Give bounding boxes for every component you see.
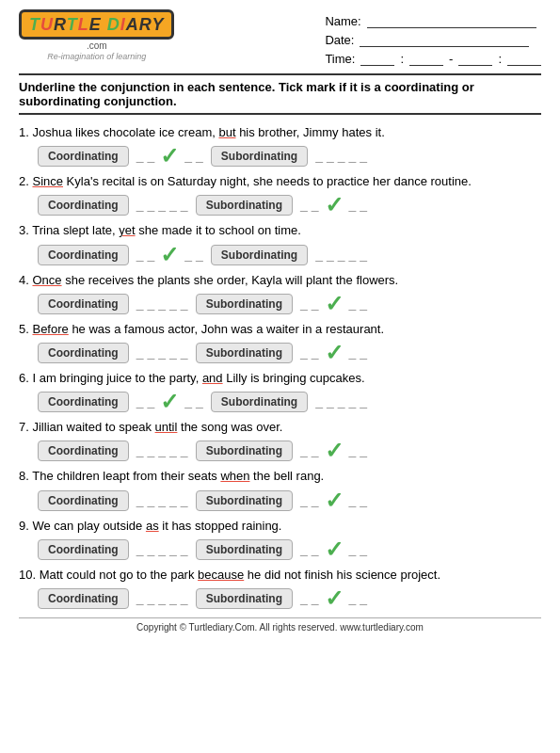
coord-dashes-8: _____ — [136, 493, 188, 508]
form-fields: Name: Date: Time: : - : — [325, 9, 541, 66]
coord-dash: _ — [181, 296, 188, 312]
subord-btn-1[interactable]: Subordinating — [211, 146, 308, 167]
subord-btn-7[interactable]: Subordinating — [196, 441, 293, 461]
subord-dash: _ — [338, 248, 345, 263]
answer-row-7: Coordinating_____Subordinating__✓__ — [38, 440, 541, 462]
coord-dash: _ — [169, 198, 177, 213]
sentence-block-8: 8. The children leapt from their seats w… — [19, 468, 541, 511]
subord-dashes-7: __✓__ — [300, 440, 367, 462]
time-sep1: : — [400, 52, 404, 66]
coord-btn-2[interactable]: Coordinating — [38, 195, 129, 216]
coord-btn-1[interactable]: Coordinating — [38, 146, 129, 167]
conjunction-3: yet — [119, 223, 135, 237]
coord-dash: _ — [158, 591, 166, 606]
coord-dash: _ — [169, 591, 177, 606]
coord-dash: _ — [181, 198, 188, 213]
subord-btn-5[interactable]: Subordinating — [196, 343, 293, 363]
subord-btn-9[interactable]: Subordinating — [196, 539, 293, 560]
coord-btn-8[interactable]: Coordinating — [38, 490, 129, 511]
subord-dashes-9: __✓__ — [300, 538, 367, 561]
subord-dash: _ — [300, 443, 308, 458]
subord-dash: _ — [349, 149, 357, 164]
subord-dash: _ — [360, 443, 367, 458]
coord-dash: _ — [147, 198, 154, 213]
subord-btn-2[interactable]: Subordinating — [196, 195, 293, 216]
time-sep2: - — [449, 52, 453, 66]
subord-dashes-1: _____ — [315, 149, 367, 164]
coord-dashes-4: _____ — [136, 296, 188, 312]
coord-btn-3[interactable]: Coordinating — [38, 245, 129, 265]
time-m2 — [507, 51, 541, 66]
answer-row-1: Coordinating__✓__Subordinating_____ — [38, 145, 541, 168]
coord-btn-9[interactable]: Coordinating — [38, 539, 129, 560]
coord-btn-7[interactable]: Coordinating — [38, 441, 129, 461]
sentence-block-6: 6. I am bringing juice to the party, and… — [19, 370, 541, 413]
subord-btn-4[interactable]: Subordinating — [196, 294, 293, 314]
answer-row-2: Coordinating_____Subordinating__✓__ — [38, 194, 541, 216]
answer-row-6: Coordinating__✓__Subordinating_____ — [38, 391, 541, 413]
sentence-num-7: 7. — [19, 420, 32, 434]
subord-dash: _ — [315, 248, 323, 263]
conjunction-6: and — [202, 371, 223, 385]
answer-row-3: Coordinating__✓__Subordinating_____ — [38, 244, 541, 266]
coord-btn-5[interactable]: Coordinating — [38, 343, 129, 363]
coord-dash: _ — [158, 493, 166, 508]
subord-btn-6[interactable]: Subordinating — [211, 392, 308, 412]
subord-dash: _ — [312, 345, 319, 360]
answer-row-4: Coordinating_____Subordinating__✓__ — [38, 293, 541, 315]
title-bar: Underline the conjunction in each senten… — [19, 73, 541, 115]
subord-dash: _ — [315, 394, 323, 409]
coord-btn-6[interactable]: Coordinating — [38, 392, 129, 412]
subord-dash: _ — [338, 394, 345, 409]
coord-dash: _ — [196, 149, 203, 164]
subord-dash: _ — [349, 198, 357, 213]
coord-dashes-1: __✓__ — [136, 145, 203, 168]
form-name-row: Name: — [325, 13, 541, 28]
subord-dash: _ — [338, 149, 345, 164]
coord-btn-10[interactable]: Coordinating — [38, 588, 129, 609]
sentence-block-4: 4. Once she receives the plants she orde… — [19, 272, 541, 315]
coord-check-6: ✓ — [160, 391, 179, 413]
coord-dash: _ — [147, 345, 154, 360]
sentence-text-2: 2. Since Kyla's recital is on Saturday n… — [19, 173, 541, 190]
coord-dash: _ — [181, 443, 188, 458]
subord-dash: _ — [312, 296, 319, 312]
coord-dash: _ — [136, 198, 144, 213]
subord-dashes-3: _____ — [315, 248, 367, 263]
coord-dash: _ — [196, 394, 203, 409]
subord-dash: _ — [360, 345, 367, 360]
header: TURTLE DIARY .com Re-imagination of lear… — [19, 9, 541, 66]
subord-dash: _ — [349, 394, 357, 409]
coord-dash: _ — [136, 591, 144, 606]
coord-dash: _ — [158, 345, 166, 360]
subord-check-4: ✓ — [325, 293, 344, 315]
sentence-block-7: 7. Jillian waited to speak until the son… — [19, 419, 541, 462]
logo: TURTLE DIARY — [19, 9, 174, 40]
coord-dash: _ — [136, 345, 144, 360]
subord-check-7: ✓ — [325, 440, 344, 462]
subord-btn-8[interactable]: Subordinating — [196, 490, 293, 511]
coord-dash: _ — [147, 296, 154, 312]
subord-btn-10[interactable]: Subordinating — [196, 588, 293, 609]
subord-btn-3[interactable]: Subordinating — [211, 245, 308, 265]
subord-check-5: ✓ — [325, 342, 344, 364]
coord-dash: _ — [136, 296, 144, 312]
time-m1 — [409, 51, 443, 66]
subord-dash: _ — [349, 345, 357, 360]
coord-check-3: ✓ — [160, 244, 179, 266]
name-label: Name: — [325, 14, 360, 28]
coord-dash: _ — [147, 149, 154, 164]
answer-row-9: Coordinating_____Subordinating__✓__ — [38, 538, 541, 561]
sentence-num-8: 8. — [19, 469, 32, 483]
date-line — [360, 32, 529, 47]
coord-dash: _ — [184, 248, 192, 263]
subord-dash: _ — [312, 198, 319, 213]
subord-dash: _ — [300, 345, 308, 360]
coord-btn-4[interactable]: Coordinating — [38, 294, 129, 314]
conjunction-4: Once — [32, 273, 61, 287]
time-h2 — [458, 51, 492, 66]
coord-dash: _ — [158, 296, 166, 312]
sentence-block-1: 1. Joshua likes chocolate ice cream, but… — [19, 124, 541, 168]
logo-tagline: Re-imagination of learning — [47, 52, 146, 61]
subord-dash: _ — [360, 493, 367, 508]
